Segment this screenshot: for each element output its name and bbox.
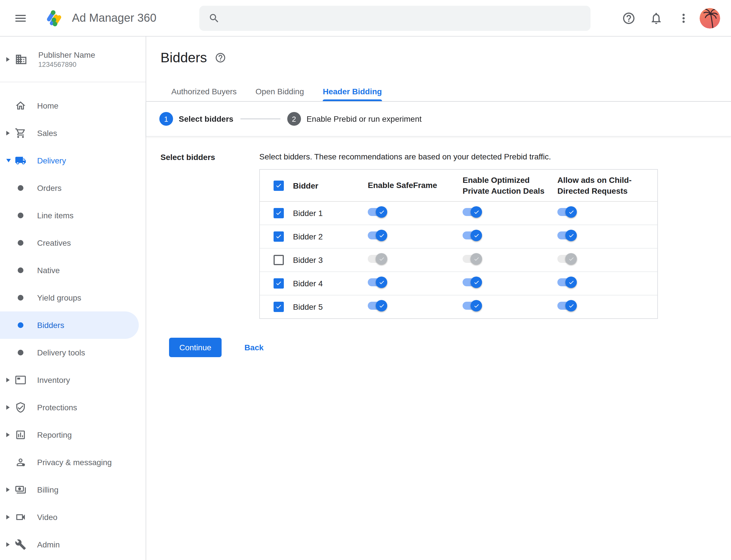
safeframe-toggle[interactable] bbox=[368, 253, 387, 265]
expand-arrow-icon[interactable] bbox=[6, 515, 15, 519]
optimized-deals-toggle[interactable] bbox=[462, 300, 482, 311]
optimized-deals-toggle[interactable] bbox=[462, 206, 482, 218]
tab-bar: Authorized Buyers Open Bidding Header Bi… bbox=[146, 79, 731, 102]
bidder-name: Bidder 1 bbox=[290, 209, 368, 218]
child-directed-toggle[interactable] bbox=[557, 253, 577, 265]
bullet-icon bbox=[15, 347, 26, 358]
main-content: Bidders Authorized Buyers Open Bidding H… bbox=[146, 37, 731, 560]
user-avatar[interactable] bbox=[700, 8, 720, 29]
publisher-account-switcher[interactable]: Publisher Name 1234567890 bbox=[0, 37, 146, 82]
step-enable-prebid: 2 Enable Prebid or run experiment bbox=[287, 112, 421, 126]
search-bar[interactable] bbox=[199, 6, 590, 31]
child-directed-toggle[interactable] bbox=[557, 206, 577, 218]
sidebar-item-line-items[interactable]: Line items bbox=[0, 202, 146, 229]
step-number-badge: 1 bbox=[159, 112, 173, 126]
sidebar-item-yield-groups[interactable]: Yield groups bbox=[0, 284, 146, 311]
bidder-name: Bidder 3 bbox=[290, 255, 368, 265]
bidder-name: Bidder 2 bbox=[290, 232, 368, 241]
row-checkbox[interactable] bbox=[274, 255, 284, 265]
sidebar-item-bidders[interactable]: Bidders bbox=[0, 311, 139, 339]
sidebar-item-home[interactable]: Home bbox=[0, 92, 146, 119]
select-all-checkbox[interactable] bbox=[274, 180, 284, 191]
tab-authorized-buyers[interactable]: Authorized Buyers bbox=[171, 87, 237, 101]
search-icon bbox=[209, 13, 220, 24]
sidebar-item-protections[interactable]: Protections bbox=[0, 394, 146, 421]
publisher-id: 1234567890 bbox=[38, 60, 95, 68]
expand-arrow-icon[interactable] bbox=[6, 433, 15, 437]
safeframe-toggle[interactable] bbox=[368, 206, 387, 218]
notifications-bell-icon[interactable] bbox=[645, 7, 668, 30]
sidebar-item-orders[interactable]: Orders bbox=[0, 174, 146, 202]
expand-arrow-icon[interactable] bbox=[6, 542, 15, 547]
bidder-name: Bidder 5 bbox=[290, 302, 368, 311]
safeframe-toggle[interactable] bbox=[368, 300, 387, 311]
app-title: Ad Manager 360 bbox=[72, 11, 157, 25]
sidebar-item-reporting[interactable]: Reporting bbox=[0, 421, 146, 449]
expand-arrow-icon[interactable] bbox=[6, 57, 15, 61]
money-icon bbox=[15, 484, 26, 495]
ad-manager-logo-icon bbox=[46, 9, 63, 27]
child-directed-toggle[interactable] bbox=[557, 277, 577, 288]
step-number-badge: 2 bbox=[287, 112, 301, 126]
page-header: Bidders bbox=[146, 37, 731, 79]
back-button[interactable]: Back bbox=[245, 343, 264, 352]
sidebar-item-delivery[interactable]: Delivery bbox=[0, 147, 146, 174]
bidder-name: Bidder 4 bbox=[290, 279, 368, 288]
menu-icon[interactable] bbox=[14, 11, 27, 25]
sidebar-item-creatives[interactable]: Creatives bbox=[0, 229, 146, 257]
sidebar-item-privacy-messaging[interactable]: Privacy & messaging bbox=[0, 449, 146, 476]
bullet-icon bbox=[15, 265, 26, 276]
table-row-bidder-3: Bidder 3 bbox=[260, 249, 657, 272]
sidebar-item-inventory[interactable]: Inventory bbox=[0, 366, 146, 394]
optimized-deals-toggle[interactable] bbox=[462, 277, 482, 288]
truck-icon bbox=[15, 155, 26, 166]
table-row-bidder-5: Bidder 5 bbox=[260, 295, 657, 318]
table-row-bidder-2: Bidder 2 bbox=[260, 225, 657, 249]
optimized-deals-toggle[interactable] bbox=[462, 253, 482, 265]
search-input[interactable] bbox=[229, 13, 581, 24]
form-actions: Continue Back bbox=[169, 338, 731, 357]
sidebar-item-admin[interactable]: Admin bbox=[0, 531, 146, 558]
safeframe-toggle[interactable] bbox=[368, 230, 387, 241]
section-label: Select bidders bbox=[161, 151, 259, 319]
sidebar-item-sales[interactable]: Sales bbox=[0, 119, 146, 147]
sidebar-item-billing[interactable]: Billing bbox=[0, 476, 146, 503]
continue-button[interactable]: Continue bbox=[169, 338, 222, 357]
bullet-icon bbox=[15, 210, 26, 221]
person-badge-icon bbox=[15, 457, 26, 468]
step-connector bbox=[240, 118, 280, 119]
row-checkbox[interactable] bbox=[274, 208, 284, 218]
sidebar-navigation: Publisher Name 1234567890 Home Sales bbox=[0, 37, 146, 560]
child-directed-toggle[interactable] bbox=[557, 300, 577, 311]
sidebar-item-native[interactable]: Native bbox=[0, 257, 146, 284]
bidders-table: Bidder Enable SafeFrame Enable Optimized… bbox=[259, 169, 658, 319]
nav-list: Home Sales Delivery Orders bbox=[0, 92, 146, 558]
tab-indicator bbox=[323, 99, 382, 101]
table-header-row: Bidder Enable SafeFrame Enable Optimized… bbox=[260, 170, 657, 202]
tab-header-bidding[interactable]: Header Bidding bbox=[323, 87, 382, 101]
sidebar-item-video[interactable]: Video bbox=[0, 503, 146, 531]
row-checkbox[interactable] bbox=[274, 231, 284, 242]
tab-open-bidding[interactable]: Open Bidding bbox=[256, 87, 304, 101]
cart-icon bbox=[15, 127, 26, 139]
top-app-bar: Ad Manager 360 bbox=[0, 0, 731, 37]
safeframe-toggle[interactable] bbox=[368, 277, 387, 288]
building-icon bbox=[15, 53, 27, 65]
child-directed-toggle[interactable] bbox=[557, 230, 577, 241]
row-checkbox[interactable] bbox=[274, 278, 284, 289]
more-options-icon[interactable] bbox=[672, 7, 695, 30]
home-icon bbox=[15, 100, 26, 111]
optimized-deals-toggle[interactable] bbox=[462, 230, 482, 241]
collapse-arrow-icon[interactable] bbox=[6, 159, 15, 162]
sidebar-item-delivery-tools[interactable]: Delivery tools bbox=[0, 339, 146, 366]
page-help-icon[interactable] bbox=[215, 52, 227, 63]
wrench-icon bbox=[15, 539, 26, 550]
help-icon[interactable] bbox=[617, 7, 640, 30]
expand-arrow-icon[interactable] bbox=[6, 378, 15, 382]
expand-arrow-icon[interactable] bbox=[6, 487, 15, 492]
expand-arrow-icon[interactable] bbox=[6, 131, 15, 135]
row-checkbox[interactable] bbox=[274, 302, 284, 312]
column-header-child-directed: Allow ads on Child-Directed Requests bbox=[557, 175, 657, 196]
expand-arrow-icon[interactable] bbox=[6, 405, 15, 410]
table-row-bidder-4: Bidder 4 bbox=[260, 272, 657, 295]
